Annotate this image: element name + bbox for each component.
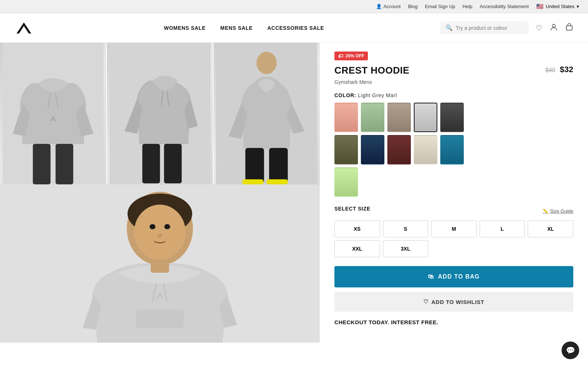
- product-image-side-placeholder: [107, 43, 213, 184]
- search-icon: 🔍: [445, 24, 453, 31]
- ruler-icon: 📏: [542, 208, 548, 214]
- svg-rect-31: [151, 262, 169, 273]
- account-link[interactable]: 👤 Account: [376, 4, 401, 9]
- search-bar[interactable]: 🔍: [440, 21, 528, 34]
- svg-point-25: [150, 224, 155, 229]
- svg-rect-9: [55, 144, 73, 184]
- product-image-full: [214, 43, 320, 184]
- product-image-full-placeholder: [214, 43, 320, 184]
- size-btn-3xl[interactable]: 3XL: [383, 240, 429, 257]
- country-selector[interactable]: 🇺🇸 United States ▾: [536, 3, 579, 10]
- color-swatch-teal[interactable]: [440, 135, 464, 164]
- top-bar: 👤 Account Blog Email Sign Up Help Access…: [0, 0, 588, 13]
- tag-icon: 🏷: [338, 53, 343, 59]
- size-btn-xs[interactable]: XS: [334, 220, 380, 237]
- color-value: Light Grey Marl: [358, 92, 397, 98]
- product-brand: Gymshark Mens: [334, 79, 573, 85]
- main-content: 🏷 20% OFF CREST HOODIE $40 $32 Gymshark …: [0, 43, 588, 343]
- bag-icon[interactable]: [565, 23, 573, 33]
- price-sale: $32: [560, 65, 573, 74]
- size-grid-row1: XS S M L XL: [334, 220, 573, 237]
- product-image-side: [107, 43, 213, 184]
- svg-rect-27: [136, 309, 184, 328]
- product-title-row: CREST HOODIE $40 $32: [334, 65, 573, 76]
- svg-point-2: [552, 24, 555, 27]
- svg-rect-17: [245, 148, 264, 183]
- size-btn-xl[interactable]: XL: [528, 220, 573, 237]
- chevron-down-icon: ▾: [577, 4, 579, 9]
- svg-point-26: [164, 224, 170, 229]
- color-section-label: COLOR: Light Grey Marl: [334, 92, 573, 98]
- help-link[interactable]: Help: [463, 4, 473, 9]
- account-icon-header[interactable]: [550, 23, 558, 33]
- blog-link[interactable]: Blog: [408, 4, 417, 9]
- country-label: United States: [546, 4, 574, 9]
- color-swatch-navy[interactable]: [361, 135, 384, 164]
- price-original: $40: [545, 67, 555, 73]
- accessibility-link[interactable]: Accessibility Statement: [480, 4, 529, 9]
- svg-rect-14: [164, 144, 182, 183]
- color-swatch-cream[interactable]: [414, 135, 437, 164]
- size-btn-m[interactable]: M: [431, 220, 477, 237]
- account-label: Account: [383, 4, 401, 9]
- svg-rect-3: [566, 26, 572, 30]
- size-btn-l[interactable]: L: [480, 220, 525, 237]
- svg-rect-19: [243, 179, 264, 184]
- product-image-back-placeholder: [0, 43, 106, 184]
- site-header: WOMENS SALE MENS SALE ACCESSORIES SALE 🔍…: [0, 13, 588, 43]
- discount-badge: 🏷 20% OFF: [334, 52, 368, 60]
- color-swatch-lime[interactable]: [334, 167, 358, 197]
- color-swatch-taupe[interactable]: [387, 103, 411, 132]
- svg-rect-20: [267, 179, 288, 184]
- logo[interactable]: [15, 21, 33, 35]
- product-image-front-placeholder: [0, 184, 320, 343]
- svg-point-16: [257, 52, 277, 74]
- size-btn-xxl[interactable]: XXL: [334, 240, 380, 257]
- product-detail: 🏷 20% OFF CREST HOODIE $40 $32 Gymshark …: [320, 43, 588, 343]
- gymshark-logo-svg: [15, 21, 33, 35]
- product-image-front: [0, 184, 320, 343]
- gallery-top-row: [0, 43, 320, 184]
- color-swatch-sage[interactable]: [361, 103, 384, 132]
- main-nav: WOMENS SALE MENS SALE ACCESSORIES SALE: [48, 25, 440, 31]
- product-image-back: [0, 43, 106, 184]
- email-signup-link[interactable]: Email Sign Up: [425, 4, 455, 9]
- color-grid: [334, 103, 573, 197]
- search-input[interactable]: [456, 25, 523, 31]
- color-swatch-pink[interactable]: [334, 103, 358, 132]
- heart-icon: ♡: [423, 298, 429, 305]
- svg-rect-8: [33, 144, 50, 184]
- price-block: $40 $32: [545, 65, 573, 74]
- wishlist-icon[interactable]: ♡: [536, 24, 542, 32]
- nav-womens-sale[interactable]: WOMENS SALE: [164, 25, 205, 31]
- size-btn-s[interactable]: S: [383, 220, 429, 237]
- product-title: CREST HOODIE: [334, 65, 409, 76]
- size-grid-row2: XXL 3XL: [334, 240, 573, 257]
- flag-icon: 🇺🇸: [536, 3, 544, 10]
- checkout-interest-free: CHECKOUT TODAY. INTEREST FREE.: [334, 319, 573, 325]
- color-swatch-maroon[interactable]: [387, 135, 411, 164]
- nav-mens-sale[interactable]: MENS SALE: [220, 25, 253, 31]
- svg-point-24: [134, 205, 186, 260]
- color-swatch-olive[interactable]: [334, 135, 358, 164]
- product-gallery: [0, 43, 320, 343]
- header-right: 🔍 ♡: [440, 21, 573, 34]
- size-section-label: SELECT SIZE: [334, 206, 370, 212]
- svg-rect-13: [142, 144, 160, 183]
- size-header: SELECT SIZE 📏 Size Guide: [334, 206, 573, 216]
- bag-add-icon: 🛍: [428, 273, 434, 280]
- account-icon: 👤: [376, 4, 382, 9]
- color-swatch-grey[interactable]: [414, 103, 437, 132]
- nav-accessories-sale[interactable]: ACCESSORIES SALE: [268, 25, 324, 31]
- color-swatch-charcoal[interactable]: [440, 103, 464, 132]
- svg-rect-18: [269, 148, 288, 183]
- add-to-wishlist-button[interactable]: ♡ ADD TO WISHLIST: [334, 292, 573, 312]
- size-guide-link[interactable]: 📏 Size Guide: [542, 208, 573, 214]
- add-to-bag-button[interactable]: 🛍 ADD TO BAG: [334, 266, 573, 287]
